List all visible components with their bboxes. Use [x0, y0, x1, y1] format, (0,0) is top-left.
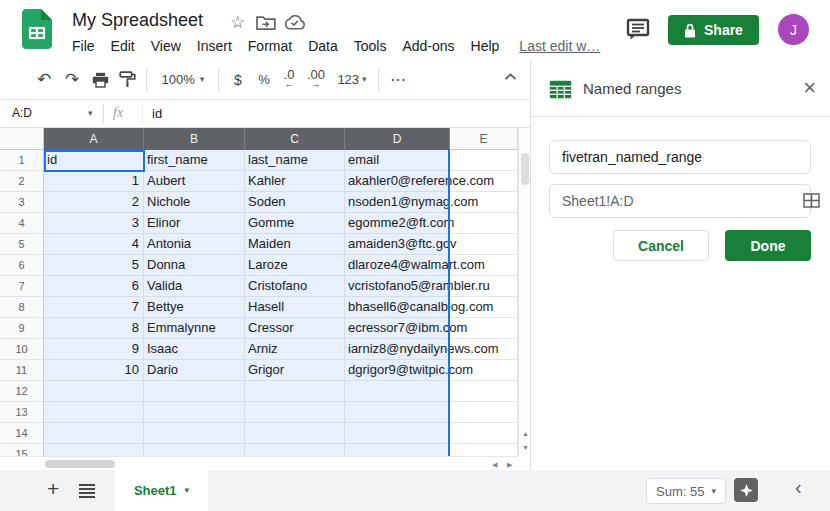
row-header-2[interactable]: 2	[0, 171, 44, 192]
document-title[interactable]: My Spreadsheet	[72, 10, 203, 31]
menu-edit[interactable]: Edit	[111, 38, 135, 54]
cell-C4[interactable]: Gomme	[245, 213, 345, 234]
cell-E5[interactable]	[450, 234, 518, 255]
row-header-15[interactable]: 15	[0, 444, 44, 456]
decrease-decimal-button[interactable]: .0 ←	[276, 60, 302, 99]
cell-B14[interactable]	[144, 423, 245, 444]
column-header-E[interactable]: E	[450, 128, 518, 150]
all-sheets-icon[interactable]	[79, 484, 95, 498]
cell-A3[interactable]: 2	[44, 192, 144, 213]
cell-D2[interactable]: akahler0@reference.com	[345, 171, 450, 192]
format-percent-button[interactable]: %	[252, 60, 276, 99]
cell-A12[interactable]	[44, 381, 144, 402]
sheets-logo-icon[interactable]	[22, 9, 52, 49]
cell-A14[interactable]	[44, 423, 144, 444]
cell-B3[interactable]: Nichole	[144, 192, 245, 213]
cell-B8[interactable]: Bettye	[144, 297, 245, 318]
share-button[interactable]: Share	[668, 15, 759, 45]
cell-D14[interactable]	[345, 423, 450, 444]
done-button[interactable]: Done	[725, 230, 811, 261]
cell-D10[interactable]: iarniz8@nydailynews.com	[345, 339, 450, 360]
cell-D15[interactable]	[345, 444, 450, 456]
cell-B12[interactable]	[144, 381, 245, 402]
menu-format[interactable]: Format	[248, 38, 292, 54]
cell-D7[interactable]: vcristofano5@rambler.ru	[345, 276, 450, 297]
comment-history-icon[interactable]	[626, 18, 651, 41]
cancel-button[interactable]: Cancel	[613, 230, 709, 261]
cell-C8[interactable]: Hasell	[245, 297, 345, 318]
cell-B7[interactable]: Valida	[144, 276, 245, 297]
redo-button[interactable]: ↷	[60, 60, 84, 99]
cell-D9[interactable]: ecressor7@ibm.com	[345, 318, 450, 339]
formula-input[interactable]: id	[152, 106, 162, 121]
row-header-3[interactable]: 3	[0, 192, 44, 213]
range-reference-input[interactable]	[549, 184, 811, 218]
collapse-toolbar-button[interactable]	[504, 73, 517, 80]
cell-B6[interactable]: Donna	[144, 255, 245, 276]
cell-C9[interactable]: Cressor	[245, 318, 345, 339]
collapse-panel-chevron[interactable]: ‹	[795, 476, 802, 499]
column-header-C[interactable]: C	[245, 128, 345, 150]
more-toolbar-button[interactable]: ⋯	[384, 60, 412, 99]
menu-data[interactable]: Data	[308, 38, 338, 54]
cell-B15[interactable]	[144, 444, 245, 456]
caret-down-icon[interactable]: ▾	[88, 109, 93, 118]
cell-D5[interactable]: amaiden3@ftc.gov	[345, 234, 450, 255]
cell-A13[interactable]	[44, 402, 144, 423]
close-icon[interactable]: ×	[803, 75, 816, 101]
select-data-range-icon[interactable]	[803, 193, 820, 208]
cell-E1[interactable]	[450, 150, 518, 171]
cell-C1[interactable]: last_name	[245, 150, 345, 171]
cell-B10[interactable]: Isaac	[144, 339, 245, 360]
cell-C2[interactable]: Kahler	[245, 171, 345, 192]
row-header-7[interactable]: 7	[0, 276, 44, 297]
cell-E12[interactable]	[450, 381, 518, 402]
row-header-12[interactable]: 12	[0, 381, 44, 402]
cell-D1[interactable]: email	[345, 150, 450, 171]
format-currency-button[interactable]: $	[226, 60, 250, 99]
scroll-left-icon[interactable]: ◀	[492, 461, 497, 468]
cell-C5[interactable]: Maiden	[245, 234, 345, 255]
column-header-B[interactable]: B	[144, 128, 245, 150]
print-button[interactable]	[88, 60, 112, 99]
cell-A7[interactable]: 6	[44, 276, 144, 297]
star-icon[interactable]: ☆	[230, 13, 245, 33]
column-header-A[interactable]: A	[44, 128, 144, 150]
avatar[interactable]: J	[778, 14, 809, 45]
cell-C6[interactable]: Laroze	[245, 255, 345, 276]
undo-button[interactable]: ↶	[32, 60, 56, 99]
cell-B2[interactable]: Aubert	[144, 171, 245, 192]
cell-A5[interactable]: 4	[44, 234, 144, 255]
cell-D8[interactable]: bhasell6@canalblog.com	[345, 297, 450, 318]
cloud-saved-icon[interactable]	[284, 15, 306, 30]
scroll-down-icon[interactable]: ▼	[522, 444, 529, 451]
menu-add-ons[interactable]: Add-ons	[402, 38, 454, 54]
vertical-scrollbar-thumb[interactable]	[521, 153, 529, 185]
cell-B9[interactable]: Emmalynne	[144, 318, 245, 339]
cell-A11[interactable]: 10	[44, 360, 144, 381]
cell-B4[interactable]: Elinor	[144, 213, 245, 234]
cell-E4[interactable]	[450, 213, 518, 234]
zoom-select[interactable]: 100% ▾	[156, 60, 210, 99]
cell-C14[interactable]	[245, 423, 345, 444]
menu-help[interactable]: Help	[471, 38, 500, 54]
cell-B13[interactable]	[144, 402, 245, 423]
cell-E13[interactable]	[450, 402, 518, 423]
cell-D13[interactable]	[345, 402, 450, 423]
cell-C11[interactable]: Grigor	[245, 360, 345, 381]
cell-D4[interactable]: egomme2@ft.com	[345, 213, 450, 234]
row-header-4[interactable]: 4	[0, 213, 44, 234]
scroll-up-icon[interactable]: ▲	[522, 430, 529, 437]
row-header-9[interactable]: 9	[0, 318, 44, 339]
cell-B1[interactable]: first_name	[144, 150, 245, 171]
row-header-11[interactable]: 11	[0, 360, 44, 381]
menu-view[interactable]: View	[151, 38, 181, 54]
cell-A10[interactable]: 9	[44, 339, 144, 360]
cell-D3[interactable]: nsoden1@nymag.com	[345, 192, 450, 213]
cell-C12[interactable]	[245, 381, 345, 402]
sum-dropdown[interactable]: Sum: 55 ▾	[646, 478, 726, 504]
cell-D12[interactable]	[345, 381, 450, 402]
increase-decimal-button[interactable]: .00 →	[302, 60, 330, 99]
cell-C10[interactable]: Arniz	[245, 339, 345, 360]
cell-A8[interactable]: 7	[44, 297, 144, 318]
